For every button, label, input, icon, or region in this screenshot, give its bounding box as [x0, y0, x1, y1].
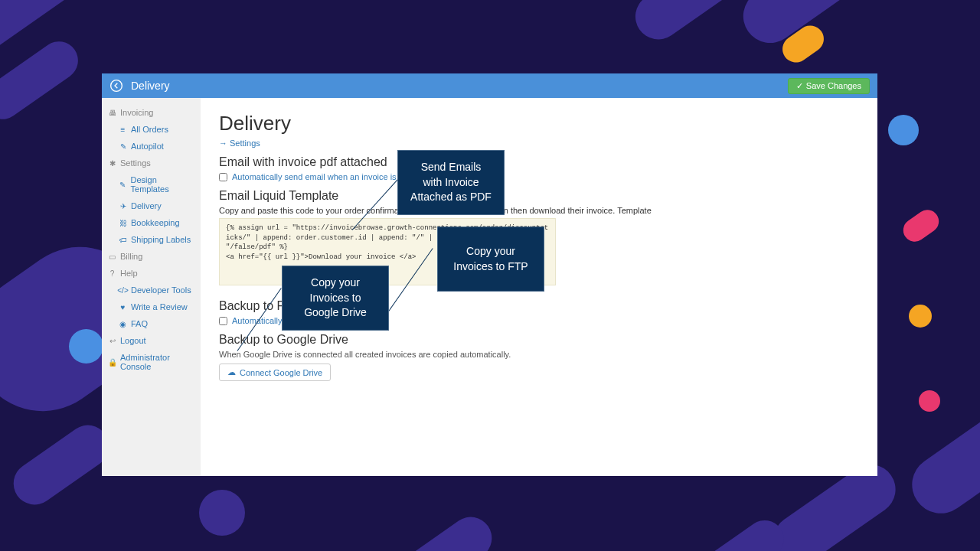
back-icon[interactable] [109, 79, 123, 93]
save-changes-button[interactable]: ✓ Save Changes [788, 78, 870, 94]
bg-shape [901, 390, 980, 524]
link-icon: ⛓ [119, 219, 127, 227]
question-icon: ◉ [119, 320, 127, 328]
print-icon: 🖶 [108, 109, 116, 117]
liquid-helper-text: Copy and paste this code to your order c… [219, 206, 859, 215]
sidebar-item-shipping-labels[interactable]: 🏷Shipping Labels [102, 231, 201, 248]
send-icon: ✈ [119, 202, 127, 210]
section-liquid-heading: Email Liquid Template [219, 189, 859, 203]
sidebar-item-write-review[interactable]: ♥Write a Review [102, 298, 201, 315]
tag-icon: 🏷 [119, 236, 127, 244]
section-email-heading: Email with invoice pdf attached [219, 155, 859, 169]
bg-shape [199, 490, 245, 536]
sidebar-item-logout[interactable]: ↩Logout [102, 332, 201, 349]
gear-icon: ✱ [108, 159, 116, 168]
callout-email: Send Emails with Invoice Attached as PDF [397, 150, 505, 215]
sidebar-item-delivery[interactable]: ✈Delivery [102, 197, 201, 214]
topbar: Delivery ✓ Save Changes [102, 73, 877, 98]
sidebar-item-admin-console[interactable]: 🔒Administrator Console [102, 349, 201, 375]
save-label: Save Changes [806, 81, 861, 90]
section-gdrive-heading: Backup to Google Drive [219, 333, 859, 347]
bg-shape [626, 0, 760, 48]
code-icon: </> [119, 286, 127, 295]
bg-shape [0, 34, 86, 126]
bg-shape [899, 205, 943, 246]
sidebar-item-autopilot[interactable]: ✎Autopilot [102, 138, 201, 155]
connect-google-drive-button[interactable]: ☁ Connect Google Drive [219, 364, 331, 381]
magic-icon: ✎ [119, 142, 127, 151]
bg-shape [5, 417, 117, 513]
callout-gdrive: Copy your Invoices to Google Drive [282, 266, 389, 331]
bg-shape [888, 115, 919, 145]
auto-email-checkbox-row[interactable]: Automatically send email when an invoice… [219, 172, 859, 181]
bg-shape [69, 329, 103, 364]
sidebar-item-design-templates[interactable]: ✎Design Templates [102, 171, 201, 197]
bg-shape [909, 305, 932, 328]
bg-shape [388, 509, 500, 551]
sidebar-item-developer-tools[interactable]: </>Developer Tools [102, 282, 201, 298]
cloud-icon: ☁ [227, 367, 236, 377]
arrow-right-icon: → [219, 139, 227, 148]
callout-ftp: Copy your Invoices to FTP [437, 227, 544, 292]
sidebar-item-bookkeeping[interactable]: ⛓Bookkeeping [102, 214, 201, 231]
heart-icon: ♥ [119, 303, 127, 311]
breadcrumb[interactable]: → Settings [219, 139, 859, 148]
brush-icon: ✎ [119, 181, 127, 189]
auto-email-checkbox[interactable] [219, 173, 227, 181]
bg-shape [733, 0, 952, 54]
sidebar-group-settings: ✱Settings [102, 155, 201, 171]
check-icon: ✓ [796, 81, 803, 91]
auto-ftp-checkbox[interactable] [219, 317, 227, 325]
sidebar-item-faq[interactable]: ◉FAQ [102, 315, 201, 332]
svg-point-0 [111, 80, 122, 92]
page-title: Delivery [131, 80, 170, 92]
sidebar-item-billing[interactable]: ▭Billing [102, 248, 201, 265]
bg-shape [919, 390, 940, 412]
sidebar-item-all-orders[interactable]: ≡All Orders [102, 121, 201, 138]
sidebar-group-help: ?Help [102, 265, 201, 282]
main-heading: Delivery [219, 112, 859, 135]
bg-shape [694, 513, 792, 551]
sidebar-group-invoicing: 🖶Invoicing [102, 104, 201, 121]
logout-icon: ↩ [108, 337, 116, 345]
sidebar: 🖶Invoicing ≡All Orders ✎Autopilot ✱Setti… [102, 98, 201, 476]
gdrive-helper-text: When Google Drive is connected all creat… [219, 350, 859, 359]
list-icon: ≡ [119, 126, 127, 134]
card-icon: ▭ [108, 253, 116, 261]
lock-icon: 🔒 [108, 358, 116, 367]
help-icon: ? [108, 269, 116, 278]
